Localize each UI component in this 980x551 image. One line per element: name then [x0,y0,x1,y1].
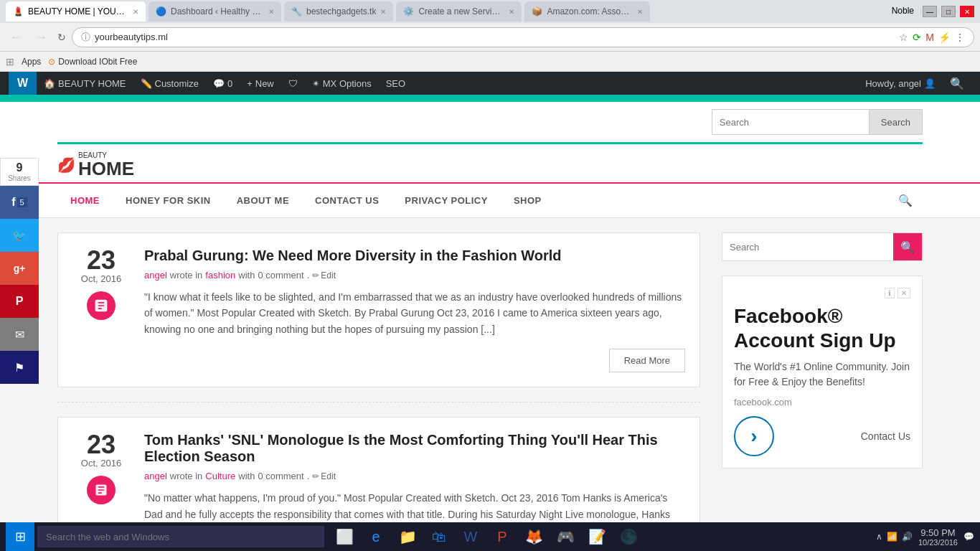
tab-4-close[interactable]: ✕ [509,8,514,16]
nav-item-privacy[interactable]: PRIVACY POLICY [392,185,501,216]
wp-search-icon[interactable]: 🔍 [943,77,971,90]
taskbar-app-ppt[interactable]: P [488,522,517,551]
maximize-button[interactable]: □ [941,6,956,17]
taskbar-app-tablet[interactable]: ⬜ [330,522,359,551]
tab-5-title: Amazon.com: Associates... [547,6,633,17]
tab-2-favicon: 🔵 [156,6,166,17]
wp-mx-options[interactable]: ✴ MX Options [305,72,379,95]
sidebar-search-button[interactable]: 🔍 [893,233,922,260]
ad-description: The World's #1 Online Community. Join fo… [734,359,910,390]
taskbar-clock[interactable]: 9:50 PM 10/23/2016 [918,527,958,547]
teal-stripe [0,95,980,102]
taskbar-app-game[interactable]: 🎮 [551,522,580,551]
start-button[interactable]: ⊞ [6,522,34,551]
save-button[interactable]: ⚑ [0,351,39,384]
pinterest-share-button[interactable]: P [0,285,39,318]
back-button[interactable]: ← [6,29,26,45]
wp-howdy[interactable]: Howdy, angel 👤 [858,72,943,95]
menu-icon[interactable]: ⋮ [955,32,965,43]
header-search-button[interactable]: Search [870,109,923,135]
forward-button[interactable]: → [32,29,52,45]
nav-list: HOME HONEY FOR SKIN ABOUT ME CONTACT US … [57,184,923,217]
taskbar-app-store[interactable]: 🛍 [425,522,453,551]
wp-new[interactable]: + New [240,72,281,95]
logo-text: BEAUTY HOME [78,151,134,178]
tab-5-close[interactable]: ✕ [637,8,643,16]
post-1-title[interactable]: Prabal Gurung: We Need More Diversity in… [144,248,685,264]
posts-area: 23 Oct, 2016 Prabal Gurung: We Need More… [57,232,700,551]
post-2-author[interactable]: angel [144,471,167,481]
facebook-share-button[interactable]: f 5 [0,186,39,219]
tab-1[interactable]: 💄 BEAUTY HOME | YOUR H... ✕ [6,1,146,22]
post-1-edit[interactable]: ✏ Edit [312,270,336,281]
taskbar-app-word[interactable]: W [456,522,485,551]
nav-search-icon[interactable]: 🔍 [888,184,923,217]
gplus-share-button[interactable]: g+ [0,252,39,285]
taskbar-up-icon[interactable]: ∧ [876,532,882,542]
extension-icon-1[interactable]: ⟳ [913,32,921,43]
taskbar-app-chrome[interactable]: 🌑 [614,522,643,551]
bookmark-apps[interactable]: Apps [22,57,41,67]
bookmark-iobit[interactable]: ⊙ Download IObit Free [48,57,137,67]
tab-5[interactable]: 📦 Amazon.com: Associates... ✕ [524,1,650,22]
url-bar[interactable]: ⓘ yourbeautytips.ml ☆ ⟳ M ⚡ ⋮ [72,27,974,47]
address-bar: ← → ↻ ⓘ yourbeautytips.ml ☆ ⟳ M ⚡ ⋮ [0,23,980,52]
nav-item-contact[interactable]: CONTACT US [302,185,392,216]
tab-2-close[interactable]: ✕ [268,8,274,16]
ad-contact-link[interactable]: Contact Us [861,430,910,442]
nav-item-home[interactable]: HOME [57,185,113,216]
site-logo[interactable]: 💋 BEAUTY HOME [57,151,134,178]
ad-cta-button[interactable]: › [734,416,774,456]
post-2-category[interactable]: Culture [205,471,235,481]
post-1-category[interactable]: fashion [205,270,235,281]
wp-admin-right: Howdy, angel 👤 🔍 [858,72,971,95]
post-1-read-more[interactable]: Read More [609,349,685,372]
sidebar-ad: ℹ ✕ Facebook® Account Sign Up The World'… [722,276,923,468]
bookmarks-bar: ⊞ Apps ⊙ Download IObit Free [0,52,980,72]
post-1-author[interactable]: angel [144,270,167,281]
reload-button[interactable]: ↻ [57,32,66,43]
nav-item-about[interactable]: ABOUT ME [224,185,302,216]
taskbar-app-edge[interactable]: e [362,522,390,551]
taskbar-system-icons: ∧ 📶 🔊 [876,532,913,542]
site-nav: HOME HONEY FOR SKIN ABOUT ME CONTACT US … [0,182,980,218]
taskbar-volume-icon[interactable]: 🔊 [902,532,913,542]
gmail-icon[interactable]: M [925,32,934,43]
header-top: Search [57,102,923,144]
wp-logo-button[interactable]: W [9,72,37,95]
taskbar-app-firefox[interactable]: 🦊 [519,522,548,551]
taskbar-network-icon[interactable]: 📶 [887,532,897,542]
tab-4[interactable]: ⚙️ Create a new Service - Si... ✕ [396,1,522,22]
wp-seo[interactable]: SEO [379,72,413,95]
wp-shield[interactable]: 🛡 [281,72,305,95]
wp-beauty-home[interactable]: 🏠 BEAUTY HOME [37,72,133,95]
header-search-input[interactable] [712,109,870,135]
taskbar-notification-icon[interactable]: 💬 [963,532,974,542]
nav-item-shop[interactable]: SHOP [501,185,555,216]
tab-3[interactable]: 🔧 bestechgadgets.tk ✕ [284,1,393,22]
sidebar-search-input[interactable] [722,233,893,260]
taskbar-app-explorer[interactable]: 📁 [393,522,422,551]
tab-2[interactable]: 🔵 Dashboard ‹ Healthy Life... ✕ [149,1,281,22]
tab-1-favicon: 💄 [13,6,24,17]
bookmark-star-icon[interactable]: ☆ [899,32,908,43]
post-card-1: 23 Oct, 2016 Prabal Gurung: We Need More… [57,232,700,387]
extension-icon-2[interactable]: ⚡ [938,32,951,43]
tab-3-close[interactable]: ✕ [380,8,386,16]
tab-1-title: BEAUTY HOME | YOUR H... [28,6,128,17]
post-2-edit[interactable]: ✏ Edit [312,471,336,481]
taskbar-app-note[interactable]: 📝 [583,522,611,551]
post-2-title[interactable]: Tom Hanks' 'SNL' Monologue Is the Most C… [144,432,685,465]
minimize-button[interactable]: — [923,6,937,17]
wp-comments[interactable]: 💬 0 [206,72,240,95]
nav-item-honey[interactable]: HONEY FOR SKIN [113,185,224,216]
wp-customize[interactable]: ✏️ Customize [133,72,206,95]
tab-1-close[interactable]: ✕ [133,8,138,16]
tab-2-title: Dashboard ‹ Healthy Life... [171,6,264,17]
close-button[interactable]: ✕ [960,6,974,17]
ad-close[interactable]: ✕ [897,288,910,298]
email-share-button[interactable]: ✉ [0,318,39,351]
ad-label: ℹ [885,288,895,298]
twitter-share-button[interactable]: 🐦 [0,219,39,252]
taskbar-search-input[interactable] [37,526,324,547]
